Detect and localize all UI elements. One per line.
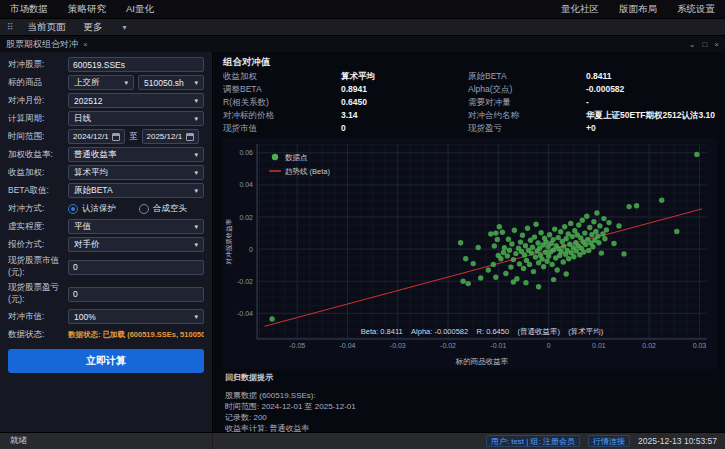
- menu-item-strategy-research[interactable]: 策略研究: [68, 3, 106, 16]
- summary-line: 股票数据 (600519.SSEs):: [225, 390, 713, 401]
- beta-source-row: BETA取值: 原始BETA ▾: [8, 183, 204, 198]
- toolbar-item-current-page[interactable]: 当前页面: [28, 21, 66, 34]
- svg-text:0.02: 0.02: [239, 214, 253, 221]
- radio-put-protection[interactable]: 认沽保护: [68, 203, 133, 215]
- beta-source-select[interactable]: 原始BETA ▾: [68, 183, 204, 198]
- chevron-down-icon: ▾: [194, 169, 198, 177]
- underlying-select[interactable]: 510050.sh ▾: [138, 75, 204, 90]
- tab-close-icon[interactable]: ×: [83, 40, 88, 49]
- calculate-button[interactable]: 立即计算: [8, 349, 204, 373]
- data-status-text: 数据状态: 已加载 (600519.SSEs, 510050.SSEe): [68, 330, 204, 340]
- hedge-stock-label: 对冲股票:: [8, 59, 68, 71]
- chevron-down-icon: ▾: [194, 97, 198, 105]
- hedge-method-label: 对冲方式:: [8, 203, 68, 215]
- calendar-icon[interactable]: [186, 133, 194, 141]
- stat-value: -: [586, 97, 715, 109]
- grid-handle-icon[interactable]: ⠿: [7, 22, 14, 32]
- hedge-form-panel: 对冲股票: 标的商品 上交所 ▾ 510050.sh ▾ 对冲月份:: [0, 52, 213, 432]
- menu-item-market-data[interactable]: 市场数据: [10, 3, 48, 16]
- result-panel: 组合对冲值 收益加权算术平均 调整BETA0.8941 R(相关系数)0.645…: [213, 52, 725, 432]
- hedge-ratio-select[interactable]: 100% ▾: [68, 309, 204, 324]
- stat-value: 0.8411: [586, 71, 715, 83]
- moneyness-label: 虚实程度:: [8, 221, 68, 233]
- spot-pnl-input[interactable]: [68, 287, 204, 302]
- stats-title: 组合对冲值: [223, 56, 715, 69]
- toolbar: ⠿ 当前页面 更多 ▾: [0, 18, 725, 35]
- panel-close-icon[interactable]: ×: [714, 40, 719, 49]
- panel-restore-icon[interactable]: □: [702, 40, 707, 49]
- svg-text:0.06: 0.06: [239, 149, 253, 156]
- tab-title: 股票期权组合对冲: [6, 38, 78, 51]
- date-to-input[interactable]: 2025/12/1: [142, 129, 199, 144]
- summary-line: 收益率计算: 普通收益率: [225, 423, 713, 432]
- svg-text:-0.02: -0.02: [440, 342, 456, 349]
- summary-line: 记录数: 200: [225, 412, 713, 423]
- calendar-icon[interactable]: [112, 133, 120, 141]
- svg-text:-0.01: -0.01: [490, 342, 506, 349]
- stat-label: 现货市值: [223, 123, 341, 135]
- stat-label: 需要对冲量: [468, 97, 586, 109]
- return-type-select[interactable]: 普通收益率 ▾: [68, 147, 204, 162]
- hedge-month-row: 对冲月份: 202512 ▾: [8, 93, 204, 108]
- moneyness-select[interactable]: 平值 ▾: [68, 219, 204, 234]
- hedge-month-label: 对冲月份:: [8, 95, 68, 107]
- spot-pnl-label: 现货股票盈亏(元):: [8, 282, 68, 306]
- spot-pnl-row: 现货股票盈亏(元):: [8, 282, 204, 306]
- radio-selected-icon: [68, 204, 78, 214]
- hedge-month-select[interactable]: 202512 ▾: [68, 93, 204, 108]
- date-range-to-text: 至: [129, 131, 138, 143]
- quote-mode-row: 报价方式: 对手价 ▾: [8, 237, 204, 252]
- stat-label: 调整BETA: [223, 84, 341, 96]
- stat-label: 对冲标的价格: [223, 110, 341, 122]
- status-ready-text: 就绪: [10, 435, 27, 447]
- weighting-select[interactable]: 算术平均 ▾: [68, 165, 204, 180]
- data-status-row: 数据状态: 数据状态: 已加载 (600519.SSEs, 510050.SSE…: [8, 327, 204, 342]
- radio-synthetic-short[interactable]: 合成空头: [139, 203, 204, 215]
- stat-label: 现货盈亏: [468, 123, 586, 135]
- date-from-input[interactable]: 2024/12/1: [68, 129, 125, 144]
- underlying-row: 标的商品 上交所 ▾ 510050.sh ▾: [8, 75, 204, 90]
- hedge-ratio-row: 对冲市值: 100% ▾: [8, 309, 204, 324]
- stat-value: 0.6450: [341, 97, 458, 109]
- panel-collapse-icon[interactable]: ⌄: [689, 40, 696, 49]
- svg-text:0.03: 0.03: [693, 342, 707, 349]
- stat-label: R(相关系数): [223, 97, 341, 109]
- quote-mode-select[interactable]: 对手价 ▾: [68, 237, 204, 252]
- spot-value-row: 现货股票市值(元):: [8, 255, 204, 279]
- svg-text:-0.04: -0.04: [340, 342, 356, 349]
- menu-item-system-settings[interactable]: 系统设置: [677, 3, 715, 16]
- svg-text:0.01: 0.01: [592, 342, 606, 349]
- stat-label: 原始BETA: [468, 71, 586, 83]
- stat-value: 0: [341, 123, 458, 135]
- svg-text:-0.05: -0.05: [289, 342, 305, 349]
- spot-value-label: 现货股票市值(元):: [8, 255, 68, 279]
- stat-label: 对冲合约名称: [468, 110, 586, 122]
- tab-option-hedge[interactable]: 股票期权组合对冲 ×: [6, 38, 88, 51]
- data-status-label: 数据状态:: [8, 329, 68, 341]
- summary-title: 回归数据提示: [225, 372, 713, 383]
- hedge-stock-input[interactable]: [68, 57, 204, 72]
- spot-value-input[interactable]: [68, 260, 204, 275]
- radio-unselected-icon: [139, 204, 149, 214]
- user-info-chip[interactable]: 用户: test | 组: 注册会员: [486, 435, 580, 447]
- stat-value: +0: [586, 123, 715, 135]
- chevron-down-icon: ▾: [194, 313, 198, 321]
- exchange-select[interactable]: 上交所 ▾: [68, 75, 134, 90]
- svg-text:-0.03: -0.03: [390, 342, 406, 349]
- chevron-down-icon: ▾: [194, 79, 198, 87]
- period-row: 计算周期: 日线 ▾: [8, 111, 204, 126]
- scatter-chart: -0.05-0.04-0.03-0.02-0.0100.010.020.03-0…: [223, 138, 719, 369]
- market-connection-chip[interactable]: 行情连接: [588, 435, 630, 447]
- svg-text:0.02: 0.02: [642, 342, 656, 349]
- menu-item-ai-quant[interactable]: AI量化: [126, 3, 154, 16]
- period-select[interactable]: 日线 ▾: [68, 111, 204, 126]
- menu-item-quant-community[interactable]: 量化社区: [561, 3, 599, 16]
- toolbar-item-more[interactable]: 更多: [84, 21, 103, 34]
- svg-text:0.04: 0.04: [239, 181, 253, 188]
- menu-item-layout[interactable]: 版面布局: [619, 3, 657, 16]
- beta-source-label: BETA取值:: [8, 185, 68, 197]
- menubar: 市场数据 策略研究 AI量化 量化社区 版面布局 系统设置: [0, 0, 725, 18]
- underlying-label: 标的商品: [8, 77, 68, 89]
- chevron-down-icon[interactable]: ▾: [123, 23, 127, 32]
- weighting-row: 收益加权: 算术平均 ▾: [8, 165, 204, 180]
